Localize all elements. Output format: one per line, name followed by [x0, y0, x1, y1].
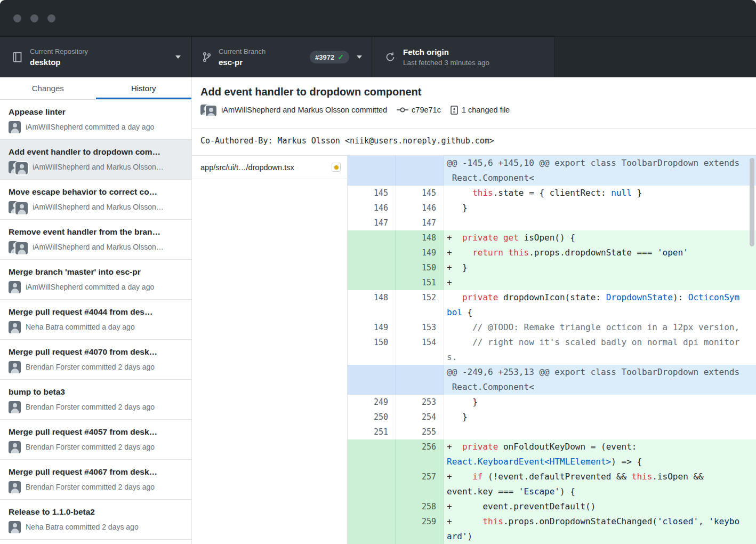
- diff-new-line-number: 259: [396, 514, 444, 544]
- diff-old-line-number: 251: [348, 425, 396, 439]
- main-panel: Add event handler to dropdown component …: [192, 77, 756, 544]
- diff-viewer: @@ -145,6 +145,10 @@ export class Toolba…: [348, 156, 756, 544]
- git-commit-icon: [397, 106, 408, 114]
- diff-old-line-number: 250: [348, 410, 396, 425]
- commit-authors: iAmWillShepherd and Markus Olsson commit…: [221, 106, 387, 114]
- avatar: [9, 521, 21, 533]
- diff-code-line: }: [444, 410, 756, 425]
- repo-book-icon: [13, 52, 22, 62]
- chevron-down-icon: [357, 55, 362, 59]
- diff-row-hunk: @@ -249,6 +253,13 @@ export class Toolba…: [348, 365, 756, 395]
- pr-status-badge[interactable]: #3972 ✓: [310, 51, 349, 63]
- commit-item-meta: Brendan Forster committed 2 days ago: [9, 401, 183, 413]
- diff-row-added: 150+ }: [348, 260, 756, 275]
- commit-item-meta: Brendan Forster committed 2 days ago: [9, 361, 183, 373]
- commit-list-item[interactable]: Move escape behavior to correct co…iAmWi…: [0, 180, 191, 220]
- diff-row-context: 249253 }: [348, 395, 756, 410]
- branch-switcher[interactable]: Current Branch esc-pr #3972 ✓: [192, 37, 372, 77]
- diff-row-added: 257+ if (!event.defaultPrevented && this…: [348, 469, 756, 499]
- branch-switcher-text: Current Branch esc-pr: [219, 47, 266, 67]
- commit-list-item[interactable]: Merge pull request #4070 from desk…Brend…: [0, 340, 191, 380]
- changed-files-group: 1 changed file: [451, 106, 510, 115]
- commit-list-item[interactable]: Remove event handler from the bran…iAmWi…: [0, 220, 191, 260]
- diff-row-context: 251255: [348, 425, 756, 439]
- diff-old-line-number: [348, 514, 396, 544]
- titlebar: [0, 0, 756, 36]
- diff-row-added: 148+ private get isOpen() {: [348, 230, 756, 245]
- diff-row-context: 145145 this.state = { clientRect: null }: [348, 186, 756, 201]
- commit-list-item[interactable]: Merge pull request #4067 from desk…Brend…: [0, 460, 191, 500]
- diff-code-line: [444, 425, 756, 439]
- avatar: [9, 201, 28, 213]
- diff-row-added: 149+ return this.props.dropdownState ===…: [348, 245, 756, 260]
- diff-row-context: 149153 // @TODO: Remake triangle octicon…: [348, 320, 756, 335]
- commit-item-meta: Neha Batra committed a day ago: [9, 321, 183, 333]
- tab-history[interactable]: History: [96, 77, 192, 99]
- diff-code-line: + this.props.onDropdownStateChanged('clo…: [444, 514, 756, 544]
- fetch-text: Fetch origin Last fetched 3 minutes ago: [403, 47, 489, 67]
- commit-list-item[interactable]: Merge pull request #4052 from…: [0, 540, 191, 544]
- repository-label: Current Repository: [30, 47, 88, 56]
- commit-item-title: Merge pull request #4067 from desk…: [9, 467, 183, 477]
- minimize-button[interactable]: [30, 14, 38, 22]
- file-path: app/src/ui/t…/dropdown.tsx: [200, 163, 294, 172]
- commit-item-meta: Brendan Forster committed 2 days ago: [9, 481, 183, 493]
- changed-file-row[interactable]: app/src/ui/t…/dropdown.tsx: [192, 156, 347, 179]
- avatar: [9, 481, 21, 493]
- commit-item-title: Merge branch 'master' into esc-pr: [9, 267, 183, 277]
- commit-list-item[interactable]: Appease linteriAmWillShepherd committed …: [0, 100, 191, 140]
- avatar: [9, 281, 21, 293]
- avatar: [15, 242, 28, 254]
- diff-row-added: 259+ this.props.onDropdownStateChanged('…: [348, 514, 756, 544]
- diff-old-line-number: [348, 499, 396, 514]
- avatar: [9, 361, 21, 373]
- diff-code-line: }: [444, 201, 756, 215]
- fetch-subtitle: Last fetched 3 minutes ago: [403, 58, 489, 67]
- commit-item-meta: iAmWillShepherd and Markus Olsson…: [9, 161, 183, 173]
- repository-switcher[interactable]: Current Repository desktop: [0, 37, 192, 77]
- changed-files-count: 1 changed file: [462, 106, 510, 114]
- diff-area: app/src/ui/t…/dropdown.tsx @@ -145,6 +14…: [192, 156, 756, 544]
- commit-list-item[interactable]: Merge pull request #4057 from desk…Brend…: [0, 420, 191, 460]
- diff-new-line-number: 150: [396, 260, 444, 275]
- diff-rows: @@ -145,6 +145,10 @@ export class Toolba…: [348, 156, 756, 544]
- repository-name: desktop: [30, 57, 88, 67]
- commit-item-title: bump to beta3: [9, 387, 183, 397]
- commit-list-item[interactable]: Merge branch 'master' into esc-priAmWill…: [0, 260, 191, 300]
- diff-new-line-number: [396, 156, 444, 186]
- fetch-origin-button[interactable]: Fetch origin Last fetched 3 minutes ago: [372, 37, 555, 77]
- avatar: [9, 121, 21, 133]
- commit-list-item[interactable]: Merge pull request #4044 from des…Neha B…: [0, 300, 191, 340]
- diff-code-line: + private onFoldoutKeyDown = (event: Rea…: [444, 439, 756, 469]
- branch-label: Current Branch: [219, 47, 266, 56]
- fetch-title: Fetch origin: [403, 47, 489, 57]
- diff-row-context: 150154 // right now it's scaled badly on…: [348, 335, 756, 365]
- diff-code-line: private dropdownIcon(state: DropdownStat…: [444, 290, 756, 320]
- commit-item-title: Merge pull request #4057 from desk…: [9, 427, 183, 437]
- commit-item-meta-text: Brendan Forster committed 2 days ago: [26, 443, 155, 451]
- diff-new-line-number: 149: [396, 245, 444, 260]
- commit-list-item[interactable]: Add event handler to dropdown com…iAmWil…: [0, 140, 191, 180]
- commit-item-meta: iAmWillShepherd and Markus Olsson…: [9, 201, 183, 213]
- commit-item-meta-text: Neha Batra committed 2 days ago: [26, 523, 139, 531]
- commit-list-item[interactable]: bump to beta3Brendan Forster committed 2…: [0, 380, 191, 420]
- close-button[interactable]: [13, 14, 21, 22]
- commit-list-item[interactable]: Release to 1.1.0-beta2Neha Batra committ…: [0, 500, 191, 540]
- zoom-button[interactable]: [47, 14, 55, 22]
- commit-item-meta: iAmWillShepherd and Markus Olsson…: [9, 241, 183, 253]
- commit-title-heading: Add event handler to dropdown component: [200, 85, 745, 98]
- traffic-lights: [13, 14, 55, 22]
- diff-code-line: @@ -249,6 +253,13 @@ export class Toolba…: [444, 365, 756, 395]
- diff-old-line-number: [348, 156, 396, 186]
- commit-sha: c79e71c: [412, 106, 441, 114]
- diff-scrollbar-thumb[interactable]: [750, 158, 754, 246]
- diff-new-line-number: 145: [396, 186, 444, 201]
- sidebar: ChangesHistory Appease linteriAmWillShep…: [0, 77, 192, 544]
- diff-new-line-number: 258: [396, 499, 444, 514]
- changed-files-panel: app/src/ui/t…/dropdown.tsx: [192, 156, 348, 544]
- diff-row-context: 148152 private dropdownIcon(state: Dropd…: [348, 290, 756, 320]
- tab-changes[interactable]: Changes: [0, 77, 96, 99]
- avatar: [9, 361, 21, 373]
- commit-item-meta-text: Brendan Forster committed 2 days ago: [26, 403, 155, 411]
- diff-old-line-number: [348, 275, 396, 290]
